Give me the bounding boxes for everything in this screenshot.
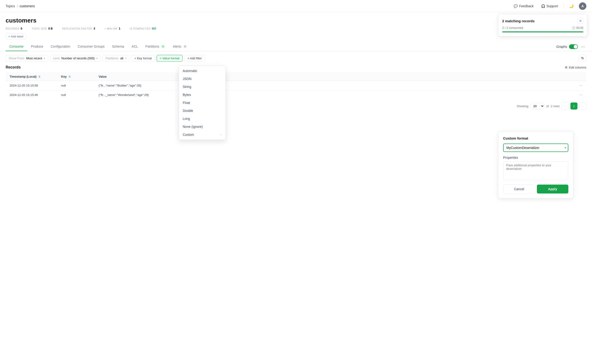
progress-fill — [502, 32, 583, 32]
records-table: Timestamp (Local) ⇅ Key ⇅ Value 2024-12-… — [6, 72, 586, 100]
refresh-icon: ↻ — [581, 56, 584, 60]
add-filter-label: + Add filter — [187, 57, 202, 60]
add-filter-button[interactable]: + Add filter — [184, 55, 205, 62]
cell-value: {"fir..._name":"Wonderland","age":29} ⋯ — [95, 90, 586, 100]
dropdown-item-string[interactable]: String — [179, 83, 225, 91]
topic-size-meta: TOPIC SIZE 0 B — [32, 27, 53, 30]
topnav-right: 💬 Feedback 🎧 Support 🌙 A — [512, 2, 586, 10]
min-isr-meta: < MIN ISR 1 — [104, 27, 120, 30]
popup-close-button[interactable]: ✕ — [578, 18, 583, 24]
toolbar: Show From Most recent ▾ Limit Number of … — [0, 51, 592, 65]
alerts-badge: 0 — [183, 45, 187, 48]
format-dropdown: AutomaticJSONStringBytesFloatDoubleLongN… — [179, 66, 226, 112]
records-meta: RECORDS 0 — [6, 27, 22, 30]
pagination: Showing 20 50 100 of 2 rows ‹ 1 › — [6, 100, 586, 112]
progress-bar — [502, 32, 583, 32]
add-label-button[interactable]: + Add label — [6, 33, 26, 39]
time-value: 00:00 — [576, 26, 583, 30]
avatar[interactable]: A — [579, 2, 586, 10]
cell-timestamp: 2024-12-20 15:15:58 — [6, 81, 58, 90]
cell-timestamp: 2024-12-20 15:15:46 — [6, 90, 58, 100]
prev-page-button[interactable]: ‹ — [561, 103, 569, 110]
limit-value: Number of records (500) — [61, 57, 95, 60]
partitions-button[interactable]: Partitions all ▾ — [103, 55, 129, 62]
key-sort-icon: ⇅ — [68, 75, 71, 78]
min-isr-label: < MIN ISR — [104, 27, 117, 30]
tab-acl[interactable]: ACL — [128, 42, 142, 51]
nav-divider — [564, 3, 564, 9]
tab-schema[interactable]: Schema — [108, 42, 128, 51]
topic-size-value: 0 B — [48, 27, 53, 30]
total-rows: 2 rows — [551, 104, 560, 108]
cell-key: null — [58, 90, 95, 100]
value-format-button[interactable]: + Value format — [157, 55, 182, 62]
replication-factor-value: 3 — [94, 27, 95, 30]
value-format-label: + Value format — [160, 57, 179, 60]
limit-button[interactable]: Limit Number of records (500) ▾ — [50, 55, 101, 62]
show-from-value: Most recent — [26, 57, 42, 60]
breadcrumb: Topics / customers — [6, 4, 35, 8]
row-more-button[interactable]: ⋯ — [579, 93, 582, 97]
per-page-select[interactable]: 20 50 100 — [530, 103, 544, 109]
topics-link[interactable]: Topics — [6, 4, 15, 8]
records-title: Records — [6, 65, 21, 69]
consumed-text: 2 / 2 consumed — [502, 26, 523, 30]
records-header: Records ⚙ Edit columns — [6, 65, 586, 69]
breadcrumb-current: customers — [20, 4, 35, 8]
gear-icon: ⚙ — [565, 66, 568, 69]
breadcrumb-sep: / — [17, 4, 18, 8]
dropdown-item-float[interactable]: Float — [179, 99, 225, 107]
key-format-label: + Key format — [134, 57, 152, 60]
time-badge: 🕐 00:00 — [572, 26, 583, 30]
partitions-value: all — [120, 57, 123, 60]
show-from-button[interactable]: Show From Most recent ▾ — [6, 55, 48, 62]
feedback-button[interactable]: 💬 Feedback — [512, 3, 535, 9]
row-more-button[interactable]: ⋯ — [579, 84, 582, 87]
dropdown-item-json[interactable]: JSON — [179, 75, 225, 83]
headphone-icon: 🎧 — [541, 4, 545, 8]
min-isr-value: 1 — [119, 27, 120, 30]
table-header-row: Timestamp (Local) ⇅ Key ⇅ Value — [6, 72, 586, 81]
col-timestamp[interactable]: Timestamp (Local) ⇅ — [6, 72, 58, 81]
show-from-chevron: ▾ — [44, 57, 45, 59]
tab-configuration[interactable]: Configuration — [47, 42, 74, 51]
replication-factor-label: REPLICATION FACTOR — [62, 27, 92, 30]
limit-chevron: ▾ — [96, 57, 98, 59]
matching-popup-sub: 2 / 2 consumed 🕐 00:00 — [502, 26, 583, 30]
of-label: of — [546, 104, 549, 108]
replication-factor-meta: REPLICATION FACTOR 3 — [62, 27, 95, 30]
is-compacted-meta: IS COMPACTED NO — [130, 27, 156, 30]
tab-produce[interactable]: Produce — [27, 42, 47, 51]
dropdown-item-bytes[interactable]: Bytes — [179, 91, 225, 99]
partitions-badge: 3 — [161, 45, 165, 48]
tabs-more-button[interactable]: ⋯ — [580, 43, 586, 50]
partitions-label: Partitions — [105, 57, 118, 60]
topic-size-label: TOPIC SIZE — [32, 27, 47, 30]
tab-partitions[interactable]: Partitions 3 — [142, 42, 169, 51]
clock-icon: 🕐 — [572, 26, 575, 30]
col-key[interactable]: Key ⇅ — [58, 72, 95, 81]
support-button[interactable]: 🎧 Support — [539, 3, 560, 9]
key-format-button[interactable]: + Key format — [131, 55, 155, 62]
edit-columns-label: Edit columns — [569, 66, 586, 69]
graphs-toggle-switch[interactable] — [569, 44, 578, 49]
records-value: 0 — [21, 27, 22, 30]
theme-toggle-button[interactable]: 🌙 — [568, 2, 575, 10]
page-1-button[interactable]: 1 — [570, 103, 578, 110]
refresh-button[interactable]: ↻ — [579, 54, 586, 62]
partitions-chevron: ▾ — [125, 57, 126, 59]
graphs-label: Graphs — [556, 45, 567, 49]
matching-records-popup: 2 matching records ✕ 2 / 2 consumed 🕐 00… — [498, 14, 587, 36]
topnav: Topics / customers 💬 Feedback 🎧 Support … — [0, 0, 592, 12]
dropdown-item-automatic[interactable]: Automatic — [179, 67, 225, 75]
tab-consume[interactable]: Consume — [6, 42, 27, 51]
next-page-button[interactable]: › — [579, 103, 586, 110]
edit-columns-button[interactable]: ⚙ Edit columns — [565, 66, 586, 69]
dropdown-item-double[interactable]: Double — [179, 107, 225, 112]
feedback-icon: 💬 — [514, 4, 518, 8]
tab-alerts[interactable]: Alerts 0 — [169, 42, 191, 51]
tabs: Consume Produce Configuration Consumer G… — [6, 42, 191, 51]
tab-consumer-groups[interactable]: Consumer Groups — [74, 42, 108, 51]
timestamp-sort-icon: ⇅ — [38, 75, 40, 78]
matching-popup-header: 2 matching records ✕ — [502, 18, 583, 24]
